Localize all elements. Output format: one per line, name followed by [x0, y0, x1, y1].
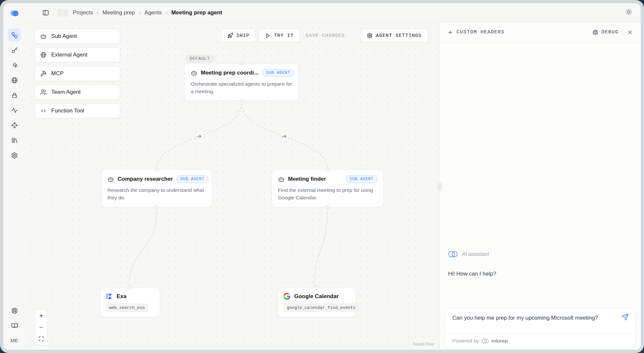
- powered-by-row: Powered by inkeep: [445, 334, 635, 348]
- rail-item-components[interactable]: [8, 119, 21, 132]
- users-icon: [40, 89, 47, 95]
- node-handle-bottom[interactable]: [155, 205, 159, 209]
- close-icon: [627, 29, 633, 35]
- breadcrumb-separator: ›: [97, 10, 98, 16]
- save-changes-button[interactable]: SAVE CHANGES: [306, 29, 345, 42]
- breadcrumb-separator: ›: [139, 10, 140, 16]
- try-it-button-label: TRY IT: [274, 33, 294, 39]
- chat-panel: CUSTOM HEADERS DEBUG: [439, 22, 641, 350]
- gear-icon: [367, 33, 373, 39]
- palette-item-mcp[interactable]: MCP: [35, 66, 120, 81]
- rail-item-traces[interactable]: [8, 59, 21, 72]
- palette-item-label: Function Tool: [51, 108, 84, 114]
- zoom-in-button[interactable]: +: [36, 310, 47, 322]
- bot-icon: [278, 176, 284, 182]
- node-google-calendar[interactable]: Google Calendar google_calendar_find_eve…: [278, 288, 356, 317]
- rail-item-activity[interactable]: [8, 104, 21, 117]
- node-palette: Sub Agent External Agent MCP: [35, 29, 120, 122]
- close-panel-button[interactable]: [627, 29, 633, 35]
- assistant-header: AI assistant: [448, 250, 489, 258]
- play-icon: [265, 33, 271, 39]
- inkeep-logo-gray: [482, 338, 489, 344]
- inkeep-brand-label[interactable]: inkeep: [491, 338, 508, 344]
- globe-icon: [40, 52, 47, 58]
- app-window: ME Projects › Meeting prep › Agents › Me…: [3, 3, 641, 350]
- rail-item-library[interactable]: [8, 134, 21, 147]
- rocket-icon: [227, 33, 233, 39]
- rail-item-docs[interactable]: [8, 319, 21, 332]
- try-it-button[interactable]: TRY IT: [259, 29, 300, 42]
- sidebar-toggle-button[interactable]: [40, 7, 51, 18]
- palette-item-label: Team Agent: [51, 89, 81, 95]
- theme-toggle-button[interactable]: [625, 8, 632, 17]
- palette-item-function-tool[interactable]: Function Tool: [35, 103, 120, 118]
- tool-name-badge: google_calendar_find_events: [283, 304, 359, 312]
- bot-icon: [40, 33, 47, 40]
- sub-agent-badge: SUB AGENT: [346, 175, 378, 183]
- node-company-researcher[interactable]: Company researcher SUB AGENT Research th…: [101, 170, 212, 207]
- sub-agent-badge: SUB AGENT: [176, 175, 208, 183]
- node-title: Meeting prep coordi...: [201, 70, 259, 76]
- node-meeting-finder[interactable]: Meeting finder SUB AGENT Find the extern…: [272, 170, 384, 207]
- tool-name-badge: web_search_exa: [106, 304, 148, 312]
- zoom-out-button[interactable]: −: [36, 322, 47, 333]
- life-buoy-icon: [11, 307, 18, 314]
- node-handle-bottom[interactable]: [240, 99, 244, 103]
- node-title: Meeting finder: [288, 176, 326, 182]
- sun-icon: [625, 8, 632, 15]
- node-handle-top[interactable]: [240, 61, 244, 65]
- node-handle-top[interactable]: [128, 286, 132, 290]
- breadcrumb-projects[interactable]: Projects: [73, 9, 93, 16]
- canvas-zoom-controls: + −: [35, 309, 47, 345]
- custom-headers-button[interactable]: CUSTOM HEADERS: [447, 29, 505, 35]
- maximize-icon: [39, 336, 44, 342]
- rail-item-api-keys[interactable]: [8, 43, 21, 57]
- key-icon: [11, 47, 18, 54]
- breadcrumb-agents[interactable]: Agents: [144, 9, 162, 16]
- window-frame: ME Projects › Meeting prep › Agents › Me…: [0, 0, 644, 353]
- hammer-icon: [40, 70, 47, 77]
- content-column: Projects › Meeting prep › Agents › Meeti…: [25, 3, 641, 350]
- node-handle-bottom[interactable]: [326, 205, 330, 209]
- node-handle-top[interactable]: [155, 168, 159, 172]
- lock-icon: [11, 92, 18, 99]
- workspace-body: Sub Agent External Agent MCP: [25, 22, 641, 350]
- fit-view-button[interactable]: [36, 333, 47, 345]
- library-icon: [11, 137, 18, 144]
- rail-item-agents[interactable]: [8, 28, 21, 42]
- palette-item-sub-agent[interactable]: Sub Agent: [35, 29, 120, 44]
- rail-item-help[interactable]: [8, 304, 21, 317]
- bot-icon: [191, 70, 197, 76]
- flow-canvas[interactable]: Sub Agent External Agent MCP: [25, 22, 439, 350]
- edge-arrow: [196, 133, 203, 140]
- rail-item-credentials[interactable]: [8, 89, 21, 102]
- ship-button[interactable]: SHIP: [221, 29, 256, 42]
- node-description: Research the company to understand what …: [102, 186, 212, 207]
- breadcrumb-current: Meeting prep agent: [171, 9, 222, 16]
- assistant-label: AI assistant: [462, 251, 489, 257]
- node-meeting-prep-coordinator[interactable]: Meeting prep coordi... SUB AGENT Orchest…: [185, 63, 299, 101]
- palette-item-label: Sub Agent: [51, 33, 77, 40]
- palette-item-team-agent[interactable]: Team Agent: [35, 85, 120, 100]
- breadcrumb-project[interactable]: Meeting prep: [103, 9, 135, 16]
- rail-item-settings[interactable]: [8, 149, 21, 162]
- top-bar: Projects › Meeting prep › Agents › Meeti…: [25, 3, 641, 22]
- send-icon: [621, 313, 629, 321]
- chat-input[interactable]: Can you help me prep for my upcoming Mic…: [445, 308, 635, 334]
- node-handle-top[interactable]: [326, 168, 330, 172]
- powered-by-label: Powered by: [452, 338, 479, 344]
- user-avatar[interactable]: ME: [10, 338, 18, 343]
- breadcrumb-skeleton: [57, 9, 68, 17]
- debug-button[interactable]: DEBUG: [592, 29, 619, 35]
- send-button[interactable]: [621, 313, 629, 322]
- inkeep-logo: [9, 9, 19, 18]
- palette-item-external-agent[interactable]: External Agent: [35, 47, 120, 62]
- node-exa[interactable]: Exa web_search_exa: [100, 288, 160, 317]
- rail-item-external[interactable]: [8, 74, 21, 87]
- node-handle-top[interactable]: [315, 286, 319, 290]
- google-logo-icon: [283, 293, 290, 300]
- agent-settings-button[interactable]: AGENT SETTINGS: [361, 29, 428, 42]
- palette-item-label: MCP: [51, 70, 64, 77]
- node-title: Exa: [117, 293, 126, 300]
- panel-resize-handle[interactable]: ⋮: [437, 182, 442, 191]
